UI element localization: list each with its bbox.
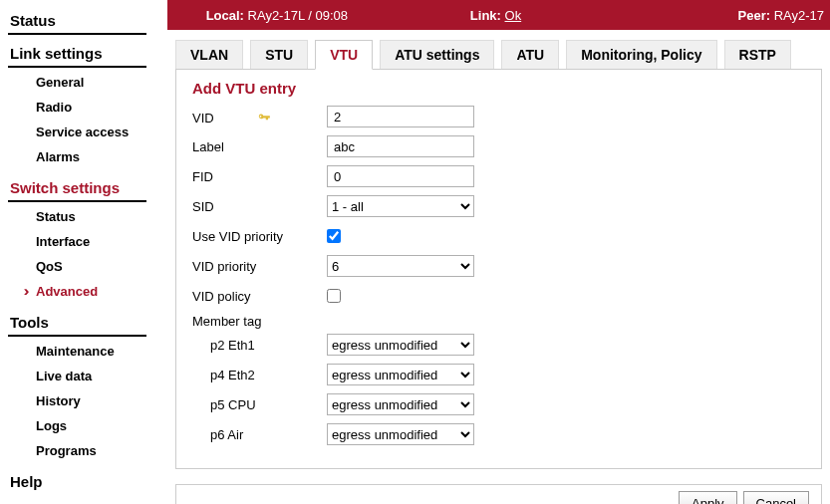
vid-prio-select[interactable]: 6	[327, 255, 474, 277]
use-vid-prio-checkbox[interactable]	[327, 229, 341, 243]
topbar-link: Link: Ok	[387, 8, 606, 23]
nav-item-alarms[interactable]: Alarms	[8, 144, 156, 169]
nav-section-switch-settings[interactable]: Switch settings	[8, 175, 146, 202]
p2-label: p2 Eth1	[192, 338, 327, 353]
nav-item-radio[interactable]: Radio	[8, 95, 156, 120]
topbar-peer-value: RAy2-17	[774, 8, 824, 23]
use-vid-prio-label: Use VID priority	[192, 229, 327, 244]
p6-select[interactable]: egress unmodified	[327, 423, 474, 445]
nav-item-maintenance[interactable]: Maintenance	[8, 339, 156, 364]
fid-input[interactable]	[327, 165, 474, 187]
vid-prio-label: VID priority	[192, 259, 327, 274]
topbar: Local: RAy2-17L / 09:08 Link: Ok Peer: R…	[167, 0, 830, 30]
nav-section-link-settings[interactable]: Link settings	[8, 41, 146, 68]
nav-item-switch-status[interactable]: Status	[8, 204, 156, 229]
nav-item-programs[interactable]: Programs	[8, 438, 156, 463]
topbar-peer: Peer: RAy2-17	[605, 8, 830, 23]
vid-input[interactable]	[327, 106, 474, 127]
sid-select[interactable]: 1 - all	[327, 195, 474, 217]
tab-atu[interactable]: ATU	[501, 40, 559, 70]
tab-stu[interactable]: STU	[250, 40, 308, 70]
label-label: Label	[192, 139, 327, 154]
sid-label: SID	[192, 199, 327, 214]
tab-vtu[interactable]: VTU	[315, 40, 373, 70]
vid-policy-checkbox[interactable]	[327, 289, 341, 303]
apply-button[interactable]: Apply	[679, 491, 737, 504]
topbar-local: Local: RAy2-17L / 09:08	[167, 8, 387, 23]
topbar-local-value: RAy2-17L / 09:08	[248, 8, 348, 23]
tab-rstp[interactable]: RSTP	[724, 40, 791, 70]
form-title: Add VTU entry	[192, 80, 805, 97]
topbar-link-value[interactable]: Ok	[505, 8, 522, 23]
p5-label: p5 CPU	[192, 397, 327, 412]
nav-item-qos[interactable]: QoS	[8, 254, 156, 279]
label-input[interactable]	[327, 135, 474, 157]
nav-section-tools[interactable]: Tools	[8, 310, 146, 337]
nav-item-service-access[interactable]: Service access	[8, 120, 156, 144]
nav-item-advanced[interactable]: Advanced	[8, 279, 156, 304]
nav-item-general[interactable]: General	[8, 70, 156, 95]
nav-item-history[interactable]: History	[8, 388, 156, 413]
nav-section-help[interactable]: Help	[8, 469, 146, 494]
tab-monitoring[interactable]: Monitoring, Policy	[566, 40, 716, 70]
form-panel: Add VTU entry VID Label FID SID	[175, 69, 822, 469]
vid-policy-label: VID policy	[192, 289, 327, 304]
topbar-link-label: Link:	[470, 8, 501, 23]
sidebar: Status Link settings General Radio Servi…	[0, 0, 157, 504]
p6-label: p6 Air	[192, 427, 327, 442]
vid-label: VID	[192, 109, 327, 126]
tab-vlan[interactable]: VLAN	[175, 40, 243, 70]
p2-select[interactable]: egress unmodified	[327, 334, 474, 356]
p5-select[interactable]: egress unmodified	[327, 393, 474, 415]
fid-label: FID	[192, 169, 327, 184]
tab-atu-settings[interactable]: ATU settings	[380, 40, 494, 70]
tabs: VLAN STU VTU ATU settings ATU Monitoring…	[167, 40, 830, 70]
p4-select[interactable]: egress unmodified	[327, 364, 474, 385]
nav-item-interface[interactable]: Interface	[8, 229, 156, 254]
topbar-local-label: Local:	[206, 8, 244, 23]
nav-item-live-data[interactable]: Live data	[8, 364, 156, 388]
key-icon	[257, 111, 271, 125]
cancel-button[interactable]: Cancel	[743, 491, 809, 504]
nav-section-status[interactable]: Status	[8, 8, 146, 35]
nav-item-logs[interactable]: Logs	[8, 413, 156, 438]
p4-label: p4 Eth2	[192, 368, 327, 382]
main-content: Local: RAy2-17L / 09:08 Link: Ok Peer: R…	[157, 0, 830, 504]
topbar-peer-label: Peer:	[738, 8, 771, 23]
footer-bar: Apply Cancel	[175, 484, 822, 504]
member-tag-label: Member tag	[192, 314, 805, 329]
